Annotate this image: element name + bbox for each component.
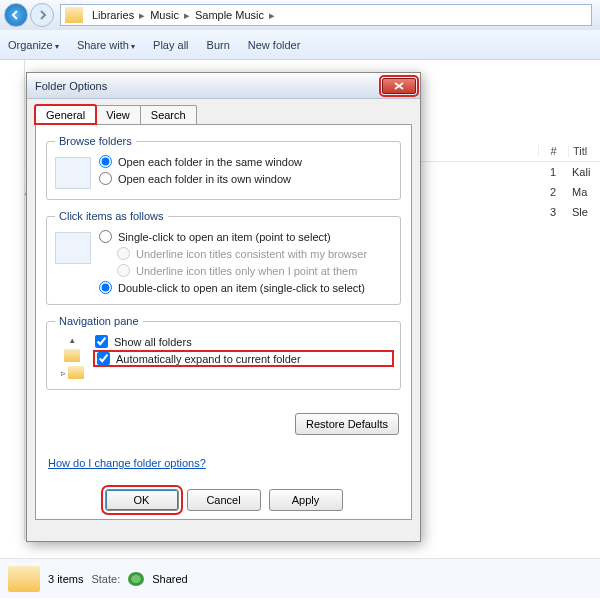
details-pane: 3 items State: Shared xyxy=(0,558,600,598)
apply-button[interactable]: Apply xyxy=(269,489,343,511)
click-legend: Click items as follows xyxy=(55,210,168,222)
command-bar: Organize Share with Play all Burn New fo… xyxy=(0,30,600,60)
underline-browser-radio xyxy=(117,247,130,260)
forward-button[interactable] xyxy=(30,3,54,27)
state-label: State: xyxy=(91,573,120,585)
column-title[interactable]: Titl xyxy=(568,145,600,157)
dialog-title: Folder Options xyxy=(35,80,382,92)
navigation-pane xyxy=(0,60,25,540)
help-link[interactable]: How do I change folder options? xyxy=(48,457,206,469)
folder-options-dialog: Folder Options General View Search Brows… xyxy=(26,72,421,542)
crumb-music[interactable]: Music xyxy=(147,9,182,21)
tab-view[interactable]: View xyxy=(95,105,141,124)
close-icon xyxy=(394,82,404,90)
arrow-left-icon xyxy=(10,9,22,21)
open-own-window-radio[interactable] xyxy=(99,172,112,185)
show-all-folders-checkbox[interactable] xyxy=(95,335,108,348)
state-value: Shared xyxy=(152,573,187,585)
burn-button[interactable]: Burn xyxy=(207,39,230,51)
chevron-right-icon: ▸ xyxy=(182,9,192,22)
chevron-right-icon: ▸ xyxy=(137,9,147,22)
crumb-libraries[interactable]: Libraries xyxy=(89,9,137,21)
back-button[interactable] xyxy=(4,3,28,27)
nav-bar: Libraries ▸ Music ▸ Sample Music ▸ xyxy=(0,0,600,30)
double-click-radio[interactable] xyxy=(99,281,112,294)
folder-icon xyxy=(8,566,40,592)
caret-right-icon: ▹ xyxy=(61,368,66,378)
folder-icon xyxy=(65,7,83,23)
tab-strip: General View Search xyxy=(35,105,420,124)
show-all-folders-option[interactable]: Show all folders xyxy=(95,335,392,348)
tree-icons: ▴ ▹ xyxy=(55,335,89,379)
underline-point-radio xyxy=(117,264,130,277)
cancel-button[interactable]: Cancel xyxy=(187,489,261,511)
auto-expand-option[interactable]: Automatically expand to current folder xyxy=(95,352,392,365)
double-click-option[interactable]: Double-click to open an item (single-cli… xyxy=(99,281,392,294)
organize-menu[interactable]: Organize xyxy=(8,39,59,51)
tab-general[interactable]: General xyxy=(35,105,96,124)
dialog-titlebar[interactable]: Folder Options xyxy=(27,73,420,99)
shared-icon xyxy=(128,572,144,586)
playall-button[interactable]: Play all xyxy=(153,39,188,51)
window-icon xyxy=(55,157,91,189)
crumb-sample-music[interactable]: Sample Music xyxy=(192,9,267,21)
column-track[interactable]: # xyxy=(538,145,568,157)
close-button[interactable] xyxy=(382,78,416,94)
navpane-legend: Navigation pane xyxy=(55,315,143,327)
item-count: 3 items xyxy=(48,573,83,585)
ok-button[interactable]: OK xyxy=(105,489,179,511)
folder-icon xyxy=(64,349,80,362)
single-click-option[interactable]: Single-click to open an item (point to s… xyxy=(99,230,392,243)
folder-icon xyxy=(68,366,84,379)
chevron-right-icon: ▸ xyxy=(267,9,277,22)
auto-expand-checkbox[interactable] xyxy=(97,352,110,365)
address-bar[interactable]: Libraries ▸ Music ▸ Sample Music ▸ xyxy=(60,4,592,26)
dialog-buttons: OK Cancel Apply xyxy=(36,489,411,511)
open-same-window-radio[interactable] xyxy=(99,155,112,168)
share-menu[interactable]: Share with xyxy=(77,39,135,51)
underline-browser-option: Underline icon titles consistent with my… xyxy=(117,247,392,260)
restore-defaults-button[interactable]: Restore Defaults xyxy=(295,413,399,435)
tab-search[interactable]: Search xyxy=(140,105,197,124)
single-click-radio[interactable] xyxy=(99,230,112,243)
open-own-window-option[interactable]: Open each folder in its own window xyxy=(99,172,392,185)
arrow-right-icon xyxy=(36,9,48,21)
open-same-window-option[interactable]: Open each folder in the same window xyxy=(99,155,392,168)
browse-folders-group: Browse folders Open each folder in the s… xyxy=(46,135,401,200)
newfolder-button[interactable]: New folder xyxy=(248,39,301,51)
cursor-icon xyxy=(55,232,91,264)
browse-legend: Browse folders xyxy=(55,135,136,147)
click-items-group: Click items as follows Single-click to o… xyxy=(46,210,401,305)
caret-down-icon: ▴ xyxy=(70,335,75,345)
navigation-pane-group: Navigation pane ▴ ▹ Show all folders Aut… xyxy=(46,315,401,390)
underline-point-option: Underline icon titles only when I point … xyxy=(117,264,392,277)
tab-body: Browse folders Open each folder in the s… xyxy=(35,124,412,520)
